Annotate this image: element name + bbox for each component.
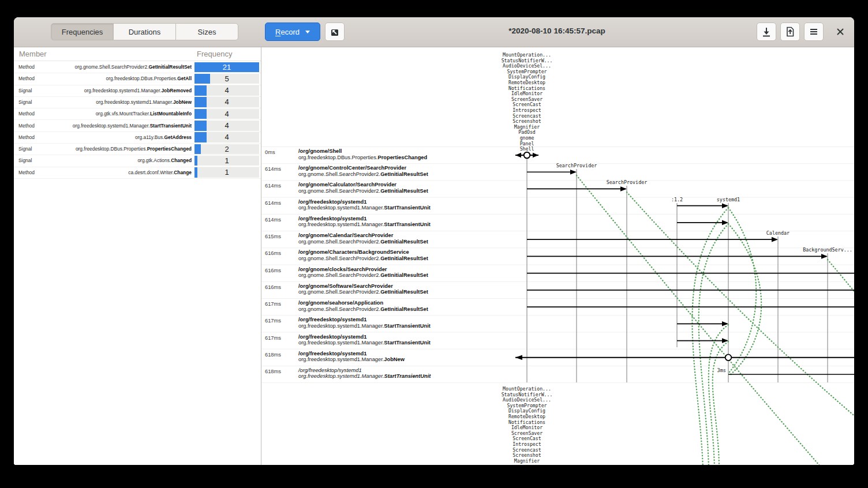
service-stack-label: Screenshot xyxy=(512,452,541,458)
lifeline-label: systemd1 xyxy=(717,197,740,202)
message-path: /org/gnome/Calculator/SearchProvider xyxy=(298,182,396,187)
member-kind: Method xyxy=(18,134,35,140)
service-stack-label: SystemPrompter xyxy=(507,69,547,74)
table-row[interactable]: Methodorg.freedesktop.systemd1.Manager.S… xyxy=(14,120,261,132)
tab-frequencies[interactable]: Frequencies xyxy=(51,23,114,40)
arrowhead xyxy=(722,203,728,208)
table-row[interactable]: Methodorg.a11y.Bus.GetAddress4 xyxy=(14,132,261,144)
frequency-value: 21 xyxy=(194,63,259,72)
window-title: *2020-08-10 16:45:57.pcap xyxy=(508,27,605,35)
message-member: org.freedesktop.DBus.Properties.Properti… xyxy=(298,155,427,160)
chevron-down-icon xyxy=(305,31,310,33)
message-member: org.freedesktop.systemd1.Manager.StartTr… xyxy=(298,222,431,227)
frequency-bar: 4 xyxy=(194,109,259,119)
frequency-value: 4 xyxy=(194,86,259,95)
lifeline-label: BackgroundServ... xyxy=(803,247,852,253)
tab-durations[interactable]: Durations xyxy=(113,23,176,40)
message-path: /org/gnome/Software/SearchProvider xyxy=(298,283,393,289)
message-row[interactable]: 617ms/org/freedesktop/systemd1org.freede… xyxy=(261,317,521,332)
message-member: org.gnome.Shell.SearchProvider2.GetIniti… xyxy=(298,171,428,177)
table-row[interactable]: Signalorg.gtk.Actions.Changed1 xyxy=(14,155,261,167)
frequency-bar: 4 xyxy=(194,132,259,142)
frequency-value: 4 xyxy=(194,97,259,106)
content-area: Member Frequency Methodorg.gnome.Shell.S… xyxy=(14,47,854,465)
service-stack-label: Notifications xyxy=(508,419,545,425)
service-stack-label: Magnifier xyxy=(514,458,540,464)
save-button[interactable] xyxy=(757,22,776,41)
pending-reply-curve xyxy=(713,341,728,465)
table-row[interactable]: Signalorg.freedesktop.DBus.Properties.Pr… xyxy=(14,143,261,155)
close-button[interactable] xyxy=(832,22,848,41)
frequency-bar: 4 xyxy=(194,85,259,96)
menu-icon xyxy=(807,25,820,38)
export-button[interactable] xyxy=(325,22,345,41)
headerbar: FrequenciesDurationsSizes Record *2020-0… xyxy=(14,17,854,47)
arrowhead xyxy=(570,170,577,175)
message-row[interactable]: 614ms/org/gnome/ControlCenter/SearchProv… xyxy=(261,165,521,180)
frequency-value: 4 xyxy=(194,110,259,118)
message-member: org.freedesktop.systemd1.Manager.StartTr… xyxy=(298,323,431,329)
message-row[interactable]: 614ms/org/freedesktop/systemd1org.freede… xyxy=(261,216,521,231)
record-label: R xyxy=(275,28,280,36)
message-row[interactable]: 614ms/org/gnome/Calculator/SearchProvide… xyxy=(261,182,521,197)
service-stack-label: MountOperation... xyxy=(503,386,551,392)
message-time: 614ms xyxy=(265,166,281,172)
service-stack-label: ScreenSaver xyxy=(511,430,542,436)
message-row[interactable]: 615ms/org/gnome/Calendar/SearchProvidero… xyxy=(261,232,521,247)
message-time: 0ms xyxy=(265,149,275,155)
frequency-bar: 4 xyxy=(194,121,259,131)
message-row[interactable]: 618ms/org/freedesktop/systemd1org.freede… xyxy=(261,351,521,366)
table-row[interactable]: Signalorg.freedesktop.systemd1.Manager.J… xyxy=(14,96,261,108)
message-path: /org/freedesktop/systemd1 xyxy=(298,216,366,222)
table-row[interactable]: Methodorg.gtk.vfs.MountTracker.ListMount… xyxy=(14,108,261,120)
message-row[interactable]: 616ms/org/gnome/Characters/BackgroundSer… xyxy=(261,249,521,264)
frequency-bar: 2 xyxy=(194,144,259,155)
member-kind: Method xyxy=(18,64,35,70)
save-icon xyxy=(760,25,773,38)
column-header-frequency[interactable]: Frequency xyxy=(197,50,232,58)
frequency-bar: 4 xyxy=(194,97,259,107)
arrowhead xyxy=(722,338,728,343)
message-row[interactable]: 614ms/org/freedesktop/systemd1org.freede… xyxy=(261,199,521,214)
bustle-window: FrequenciesDurationsSizes Record *2020-0… xyxy=(14,17,854,465)
message-row[interactable]: 618ms/org/freedesktop/systemd1org.freede… xyxy=(261,367,521,382)
lifeline-label: SearchProvider xyxy=(607,179,648,185)
table-header: Member Frequency xyxy=(14,47,261,61)
lifeline-label: SearchProvider xyxy=(556,163,597,168)
table-row[interactable]: Methodorg.gnome.Shell.SearchProvider2.Ge… xyxy=(14,61,261,73)
export-icon xyxy=(328,25,341,38)
message-time: 616ms xyxy=(265,284,281,290)
member-name: org.freedesktop.DBus.Properties.GetAll xyxy=(46,76,192,81)
sequence-diagram: SearchProviderSearchProvider:1.2systemd1… xyxy=(261,47,854,465)
signal-emit-circle xyxy=(725,354,732,361)
member-kind: Signal xyxy=(18,146,32,152)
record-button[interactable]: Record xyxy=(265,22,320,41)
table-row[interactable]: Signalorg.freedesktop.systemd1.Manager.J… xyxy=(14,85,261,97)
message-time: 614ms xyxy=(265,217,281,223)
member-kind: Method xyxy=(18,170,35,175)
save-as-button[interactable] xyxy=(780,22,800,41)
message-path: /org/gnome/seahorse/Application xyxy=(298,300,383,306)
message-row[interactable]: 616ms/org/gnome/clocks/SearchProviderorg… xyxy=(261,266,521,281)
table-row[interactable]: Methodca.desrt.dconf.Writer.Change1 xyxy=(14,167,261,179)
message-time: 618ms xyxy=(265,369,281,374)
menu-button[interactable] xyxy=(804,22,824,41)
column-header-member[interactable]: Member xyxy=(19,50,47,58)
tab-sizes[interactable]: Sizes xyxy=(175,23,238,40)
message-time: 616ms xyxy=(265,268,281,273)
member-kind: Signal xyxy=(18,88,32,93)
lifeline-label: Calendar xyxy=(766,230,790,236)
message-row[interactable]: 0ms/org/gnome/Shellorg.freedesktop.DBus.… xyxy=(261,148,521,163)
service-stack-label: AudioDeviceSel... xyxy=(503,63,551,69)
message-row[interactable]: 617ms/org/gnome/seahorse/Applicationorg.… xyxy=(261,300,521,315)
table-row[interactable]: Methodorg.freedesktop.DBus.Properties.Ge… xyxy=(14,73,261,85)
frequency-bar: 21 xyxy=(194,62,259,73)
arrowhead xyxy=(821,254,828,259)
member-name: org.a11y.Bus.GetAddress xyxy=(46,134,192,140)
service-stack-label: DisplayConfig xyxy=(508,408,545,414)
message-row[interactable]: 617ms/org/freedesktop/systemd1org.freede… xyxy=(261,334,521,349)
message-time: 617ms xyxy=(265,318,281,324)
message-path: /org/gnome/Calendar/SearchProvider xyxy=(298,232,393,238)
message-row[interactable]: 616ms/org/gnome/Software/SearchProvidero… xyxy=(261,283,521,298)
service-stack-label: Notifications xyxy=(508,85,545,91)
